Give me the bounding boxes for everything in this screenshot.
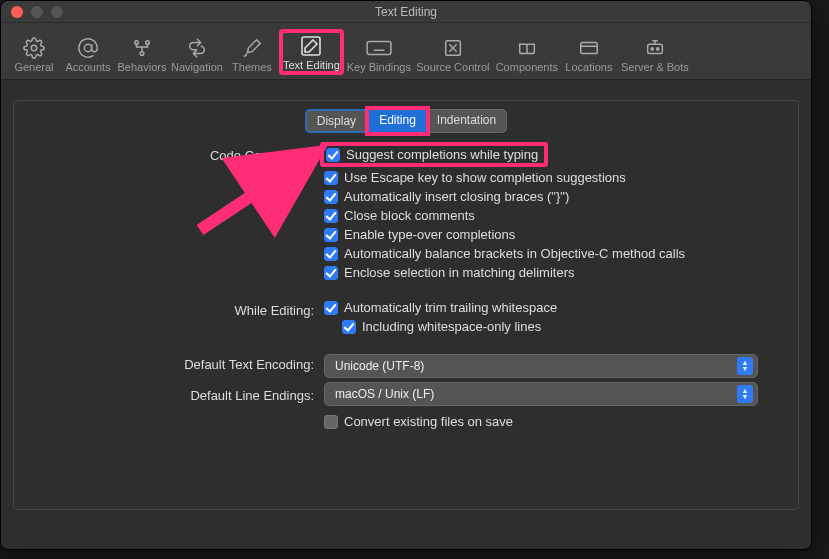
- subtab-segmented: Display Editing Indentation: [305, 109, 507, 133]
- svg-point-10: [651, 48, 653, 50]
- svg-point-3: [146, 41, 150, 45]
- checkbox-close-block-comments[interactable]: [324, 209, 338, 223]
- tab-label: Accounts: [65, 61, 110, 73]
- label-code-completion: Code Completion:: [14, 145, 314, 163]
- opt-balance-brackets[interactable]: Automatically balance brackets in Object…: [324, 246, 758, 261]
- opt-label: Suggest completions while typing: [346, 147, 538, 162]
- brush-icon: [238, 35, 266, 61]
- at-icon: [74, 35, 102, 61]
- svg-point-11: [657, 48, 659, 50]
- window-title: Text Editing: [1, 5, 811, 19]
- checkbox-trim-whitespace[interactable]: [324, 301, 338, 315]
- svg-point-0: [31, 45, 37, 51]
- opt-label: Automatically insert closing braces ("}"…: [344, 189, 569, 204]
- tab-label: Themes: [232, 61, 272, 73]
- titlebar[interactable]: Text Editing: [1, 1, 811, 23]
- checkbox-enclose-selection[interactable]: [324, 266, 338, 280]
- opt-type-over[interactable]: Enable type-over completions: [324, 227, 758, 242]
- tab-themes[interactable]: Themes: [225, 33, 279, 75]
- opt-label: Enclose selection in matching delimiters: [344, 265, 575, 280]
- opt-label: Automatically trim trailing whitespace: [344, 300, 557, 315]
- tab-navigation[interactable]: Navigation: [169, 33, 225, 75]
- svg-point-4: [140, 52, 144, 56]
- svg-rect-8: [581, 43, 598, 54]
- svg-point-2: [135, 41, 139, 45]
- opt-label: Convert existing files on save: [344, 414, 513, 429]
- gear-icon: [20, 35, 48, 61]
- checkbox-convert-on-save[interactable]: [324, 415, 338, 429]
- opt-label: Automatically balance brackets in Object…: [344, 246, 685, 261]
- tab-label: General: [14, 61, 53, 73]
- chevron-updown-icon: ▲▼: [737, 357, 753, 375]
- content: Display Editing Indentation Code Complet…: [1, 80, 811, 522]
- popup-encoding[interactable]: Unicode (UTF-8) ▲▼: [324, 354, 758, 378]
- opt-escape-key[interactable]: Use Escape key to show completion sugges…: [324, 170, 758, 185]
- opt-label: Use Escape key to show completion sugges…: [344, 170, 626, 185]
- close-window-button[interactable]: [11, 6, 23, 18]
- tab-components[interactable]: Components: [492, 33, 562, 75]
- while-editing-options: Automatically trim trailing whitespace I…: [324, 300, 758, 334]
- code-completion-options: Suggest completions while typing Use Esc…: [324, 145, 758, 280]
- endings-field: macOS / Unix (LF) ▲▼ Convert existing fi…: [324, 382, 758, 429]
- locations-icon: [575, 35, 603, 61]
- tab-label: Key Bindings: [347, 61, 411, 73]
- minimize-window-button[interactable]: [31, 6, 43, 18]
- popup-endings[interactable]: macOS / Unix (LF) ▲▼: [324, 382, 758, 406]
- checkbox-closing-braces[interactable]: [324, 190, 338, 204]
- zoom-window-button[interactable]: [51, 6, 63, 18]
- tab-server-bots[interactable]: Server & Bots: [616, 33, 694, 75]
- tab-locations[interactable]: Locations: [562, 33, 616, 75]
- settings-panel: Display Editing Indentation Code Complet…: [13, 100, 799, 510]
- flow-icon: [128, 35, 156, 61]
- subtab-display[interactable]: Display: [305, 109, 368, 133]
- checkbox-suggest-completions[interactable]: [326, 148, 340, 162]
- opt-label: Including whitespace-only lines: [362, 319, 541, 334]
- opt-label: Enable type-over completions: [344, 227, 515, 242]
- tab-behaviors[interactable]: Behaviors: [115, 33, 169, 75]
- navigation-icon: [183, 35, 211, 61]
- svg-point-1: [84, 44, 91, 51]
- tab-source-control[interactable]: Source Control: [414, 33, 492, 75]
- form-grid: Code Completion: Suggest completions whi…: [14, 145, 798, 429]
- encoding-field: Unicode (UTF-8) ▲▼: [324, 354, 758, 378]
- label-while-editing: While Editing:: [14, 300, 314, 318]
- popup-value: Unicode (UTF-8): [335, 359, 424, 373]
- opt-label: Close block comments: [344, 208, 475, 223]
- subtab-indentation[interactable]: Indentation: [427, 109, 507, 133]
- svg-rect-9: [648, 44, 663, 53]
- checkbox-escape-key[interactable]: [324, 171, 338, 185]
- tab-general[interactable]: General: [7, 33, 61, 75]
- opt-closing-braces[interactable]: Automatically insert closing braces ("}"…: [324, 189, 758, 204]
- tab-accounts[interactable]: Accounts: [61, 33, 115, 75]
- tab-label: Navigation: [171, 61, 223, 73]
- chevron-updown-icon: ▲▼: [737, 385, 753, 403]
- keyboard-icon: [365, 35, 393, 61]
- opt-trim-whitespace[interactable]: Automatically trim trailing whitespace: [324, 300, 758, 315]
- subtab-editing[interactable]: Editing: [368, 109, 427, 133]
- opt-close-block-comments[interactable]: Close block comments: [324, 208, 758, 223]
- bot-icon: [641, 35, 669, 61]
- checkbox-whitespace-only-lines[interactable]: [342, 320, 356, 334]
- tab-label: Server & Bots: [621, 61, 689, 73]
- toolbar: General Accounts Behaviors Navigation Th…: [1, 23, 811, 80]
- opt-suggest-completions[interactable]: Suggest completions while typing: [320, 142, 548, 167]
- tab-label: Locations: [565, 61, 612, 73]
- checkbox-type-over[interactable]: [324, 228, 338, 242]
- popup-value: macOS / Unix (LF): [335, 387, 434, 401]
- tab-label: Behaviors: [118, 61, 167, 73]
- tab-label: Components: [496, 61, 558, 73]
- source-control-icon: [439, 35, 467, 61]
- label-encoding: Default Text Encoding:: [14, 354, 314, 372]
- opt-enclose-selection[interactable]: Enclose selection in matching delimiters: [324, 265, 758, 280]
- checkbox-balance-brackets[interactable]: [324, 247, 338, 261]
- tab-text-editing[interactable]: Text Editing: [279, 29, 344, 75]
- tab-key-bindings[interactable]: Key Bindings: [344, 33, 414, 75]
- preferences-window: Text Editing General Accounts Behaviors …: [0, 0, 812, 550]
- opt-whitespace-only-lines[interactable]: Including whitespace-only lines: [324, 319, 758, 334]
- opt-convert-on-save[interactable]: Convert existing files on save: [324, 414, 758, 429]
- label-endings: Default Line Endings:: [14, 382, 314, 403]
- svg-rect-6: [367, 42, 391, 55]
- tab-label: Source Control: [416, 61, 489, 73]
- subtab-row: Display Editing Indentation: [14, 101, 798, 145]
- tab-label: Text Editing: [283, 59, 340, 71]
